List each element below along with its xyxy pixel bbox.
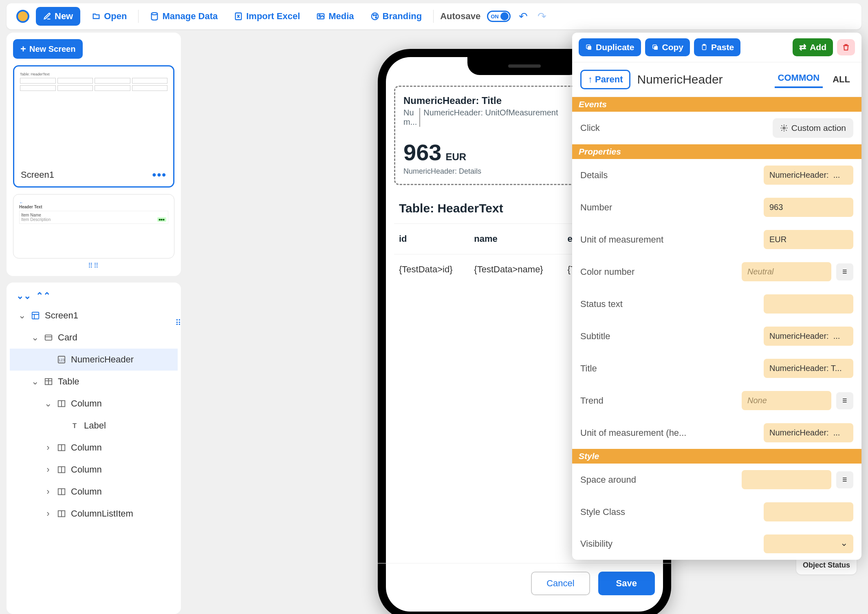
subtitle-input[interactable] [764,327,853,346]
tab-all[interactable]: ALL [829,73,853,86]
resize-grip-icon[interactable]: ⠿⠿ [13,262,174,269]
cancel-button[interactable]: Cancel [531,572,590,595]
svg-point-5 [373,15,374,16]
tree-item-card[interactable]: ⌄Card [10,327,178,349]
expand-all-icon[interactable]: ⌃⌃ [36,291,51,301]
section-properties: Properties [572,144,861,159]
undo-button[interactable]: ↶ [517,9,529,24]
svg-text:123: 123 [58,358,64,362]
new-screen-button[interactable]: + New Screen [13,39,83,59]
section-style: Style [572,449,861,464]
numeric-header-subtitle-1: Nu m... [403,108,417,127]
details-input[interactable] [764,166,853,185]
property-title: NumericHeader [637,73,768,86]
app-badge-icon [16,10,29,23]
properties-panel: Duplicate Copy Paste ⇄Add ↑Parent Numeri… [572,33,861,560]
numeric-header-unit: EUR [445,151,466,163]
tree-item-column[interactable]: ›Column [10,437,178,459]
parent-button[interactable]: ↑Parent [580,70,630,89]
toolbar-separator [433,10,434,23]
media-button[interactable]: Media [311,8,359,25]
svg-point-6 [375,15,377,16]
tree-item-table[interactable]: ⌄Table [10,371,178,393]
numeric-header-number: 963 [403,139,441,166]
redo-button[interactable]: ↷ [536,9,548,24]
tree-item-column[interactable]: ›Column [10,481,178,503]
top-toolbar: New Open Manage Data Import Excel Media … [7,3,861,29]
uom-input[interactable] [764,230,853,249]
numeric-header-subtitle-2: NumericHeader: UnitOfMeasurement [419,108,558,127]
number-input[interactable] [764,198,853,217]
import-excel-button[interactable]: Import Excel [229,8,305,25]
screen-name: Screen1 [21,170,54,180]
style-class-input[interactable] [764,502,853,521]
tree-item-screen1[interactable]: ⌄Screen1 [10,305,178,327]
screens-panel: + New Screen Table: HeaderText Screen1 •… [7,33,181,276]
column-header: id [394,224,469,254]
visibility-select[interactable] [764,534,853,553]
tree-item-label[interactable]: TLabel [10,415,178,437]
autosave-label: Autosave [440,11,480,22]
tree-item-numericheader[interactable]: 123NumericHeader [10,349,178,371]
svg-rect-8 [32,312,39,319]
list-button-icon[interactable]: ☰ [836,392,853,409]
save-button[interactable]: Save [598,572,655,595]
tree-item-column[interactable]: ⌄Column [10,393,178,415]
copy-button[interactable]: Copy [645,38,690,56]
trend-input[interactable] [742,391,831,410]
branding-button[interactable]: Branding [366,8,427,25]
svg-point-0 [152,13,158,15]
list-button-icon[interactable]: ☰ [836,263,853,280]
toolbar-separator [138,10,139,23]
duplicate-button[interactable]: Duplicate [579,38,641,56]
new-button[interactable]: New [36,7,80,26]
autosave-toggle[interactable]: ON [487,11,511,22]
svg-point-3 [319,15,321,16]
delete-button[interactable] [837,39,855,55]
screen-thumbnail-2[interactable]: ← Header Text Item Name Item Description… [13,194,174,258]
svg-point-25 [783,127,785,129]
prop-label-click: Click [580,123,768,133]
title-input[interactable] [764,359,853,378]
list-button-icon[interactable]: ☰ [836,471,853,488]
svg-point-4 [371,13,378,20]
space-around-input[interactable] [742,470,831,489]
status-text-input[interactable] [764,294,853,314]
svg-rect-24 [703,44,705,46]
drag-handle-icon[interactable]: ⠿ [175,318,181,328]
color-number-input[interactable] [742,262,831,281]
svg-rect-21 [654,46,658,50]
screen-thumbnail-selected[interactable]: Table: HeaderText Screen1 ••• [13,65,174,188]
paste-button[interactable]: Paste [694,38,740,56]
custom-action-button[interactable]: Custom action [773,118,853,138]
svg-text:T: T [73,422,77,429]
svg-point-7 [375,17,377,18]
component-tree: ⌄⌄ ⌃⌃ ⌄Screen1⌄Card123NumericHeader⌄Tabl… [7,283,181,614]
svg-rect-19 [588,46,591,50]
screen-menu-icon[interactable]: ••• [152,168,167,181]
collapse-all-icon[interactable]: ⌄⌄ [16,291,31,301]
tree-item-column[interactable]: ›Column [10,459,178,481]
tree-item-columnlistitem[interactable]: ›ColumnListItem [10,503,178,525]
svg-rect-9 [45,335,52,340]
section-events: Events [572,97,861,112]
tab-common[interactable]: COMMON [775,71,823,88]
column-header: name [469,224,562,254]
open-button[interactable]: Open [87,8,132,25]
uom-header-input[interactable] [764,423,853,442]
add-button[interactable]: ⇄Add [793,38,833,56]
manage-data-button[interactable]: Manage Data [145,8,223,25]
